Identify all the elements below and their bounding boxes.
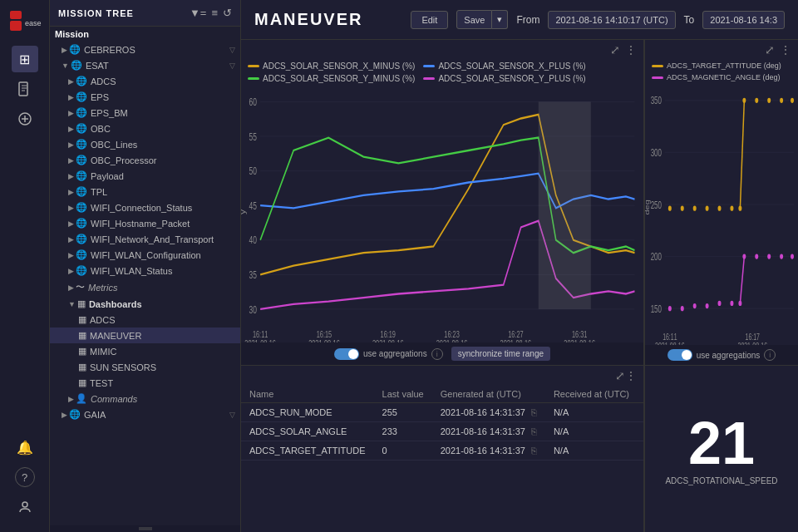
page-title: MANEUVER [254, 10, 402, 29]
tree-item-obc-lines[interactable]: ▶ 🌐 OBC_Lines [50, 136, 240, 152]
svg-text:2021-08-16: 2021-08-16 [738, 341, 768, 345]
tree-item-obc[interactable]: ▶ 🌐 OBC [50, 121, 240, 136]
svg-text:150: 150 [651, 303, 662, 314]
tree-item-cebreros[interactable]: ▶ 🌐 CEBREROS ▽ [50, 42, 240, 57]
tree-item-commands[interactable]: ▶ 👤 Commands [50, 391, 240, 406]
svg-text:300: 300 [651, 147, 662, 158]
svg-point-55 [730, 206, 733, 211]
tree-item-wifi-host[interactable]: ▶ 🌐 WIFI_Hostname_Packet [50, 215, 240, 231]
row3-received: N/A [545, 441, 638, 461]
tree-item-wifi-conn[interactable]: ▶ 🌐 WIFI_Connection_Status [50, 200, 240, 215]
chart1-footer: use aggregations i synchronize time rang… [241, 342, 643, 365]
aggregations-toggle-switch[interactable] [334, 348, 359, 360]
legend-item-target: ADCS_TARGET_ATTITUDE (deg) [652, 62, 781, 70]
file-nav-icon[interactable] [12, 76, 38, 102]
tree-item-wifi-net[interactable]: ▶ 🌐 WIFI_Network_And_Transport [50, 231, 240, 247]
tree-item-adcs-db[interactable]: ▦ ADCS [50, 312, 240, 328]
tree-header-title: MISSION TREE [58, 8, 134, 18]
svg-text:60: 60 [249, 96, 257, 107]
table-menu-icon[interactable]: ⋮ [625, 369, 637, 382]
tree-item-wifi-wlan-conf[interactable]: ▶ 🌐 WIFI_WLAN_Configuration [50, 247, 240, 263]
grid-nav-icon[interactable]: ⊞ [12, 46, 38, 72]
svg-text:2021-08-16: 2021-08-16 [436, 338, 468, 342]
save-dropdown-button[interactable]: ▾ [492, 10, 508, 29]
tree-item-payload[interactable]: ▶ 🌐 Payload [50, 168, 240, 184]
mission-tree-panel: MISSION TREE ▼= ≡ ↺ Mission ▶ 🌐 CEBREROS… [50, 0, 241, 532]
plus-nav-icon[interactable] [12, 106, 38, 132]
list-icon[interactable]: ≡ [211, 7, 218, 19]
svg-point-67 [718, 301, 722, 306]
legend-item-magnetic: ADCS_MAGNETIC_ANGLE (deg) [652, 73, 781, 81]
aggregations-label: use aggregations [363, 349, 427, 358]
svg-point-51 [681, 206, 684, 211]
tree-item-test-db[interactable]: ▦ TEST [50, 375, 240, 391]
copy-icon-1[interactable]: ⎘ [531, 407, 537, 417]
chart2-expand-icon[interactable]: ⤢ [765, 43, 775, 57]
chart2-aggregations-toggle-switch[interactable] [667, 349, 692, 361]
svg-text:y: y [241, 209, 247, 214]
user-icon[interactable] [12, 494, 38, 520]
tree-item-obc-processor[interactable]: ▶ 🌐 OBC_Processor [50, 152, 240, 168]
row2-generated: 2021-08-16 14:31:37 ⎘ [432, 422, 545, 441]
col-sensed: Sensed at (UTC [638, 386, 643, 403]
sync-time-range-button[interactable]: synchronize time range [451, 347, 550, 361]
edit-button[interactable]: Edit [411, 11, 448, 29]
tree-item-tpl[interactable]: ▶ 🌐 TPL [50, 184, 240, 200]
sidebar: ease·rite ⊞ 🔔 ? [0, 0, 50, 532]
row2-received: N/A [545, 422, 638, 441]
tree-item-esat[interactable]: ▼ 🌐 ESAT ▽ [50, 57, 240, 73]
refresh-icon[interactable]: ↺ [223, 7, 232, 19]
legend-item-x-minus: ADCS_SOLAR_SENSOR_X_MINUS (%) [248, 62, 415, 71]
legend-dot-magnetic [652, 76, 663, 79]
legend-item-y-minus: ADCS_SOLAR_SENSOR_Y_MINUS (%) [248, 74, 415, 83]
main-content: MANEUVER Edit Save ▾ From 2021-08-16 14:… [241, 0, 798, 532]
chart1-expand-icon[interactable]: ⤢ [610, 43, 620, 57]
table-container: Name Last value Generated at (UTC) Recei… [241, 386, 643, 532]
row2-value: 233 [374, 422, 432, 441]
to-date-input[interactable]: 2021-08-16 14:3 [702, 11, 785, 29]
svg-text:2021-08-16: 2021-08-16 [308, 338, 340, 342]
tree-item-mimic-db[interactable]: ▦ MIMIC [50, 343, 240, 359]
copy-icon-3[interactable]: ⎘ [531, 446, 537, 456]
svg-text:ease·rite: ease·rite [25, 19, 42, 27]
table-panel: ⤢ ⋮ Name Last value Generated at (UTC) R… [241, 366, 644, 532]
table-row: ADCS_TARGET_ATTITUDE 0 2021-08-16 14:31:… [241, 441, 643, 461]
tree-item-eps-bm[interactable]: ▶ 🌐 EPS_BM [50, 105, 240, 121]
table-expand-icon[interactable]: ⤢ [615, 369, 625, 382]
svg-text:deg: deg [645, 200, 650, 214]
svg-text:55: 55 [249, 131, 257, 142]
tree-item-maneuver-db[interactable]: ▦ MANEUVER [50, 328, 240, 343]
svg-point-75 [791, 254, 794, 259]
copy-icon-2[interactable]: ⎘ [531, 426, 537, 436]
tree-item-sun-sensors-db[interactable]: ▦ SUN SENSORS [50, 359, 240, 375]
chart2-aggregations-label: use aggregations [697, 351, 761, 360]
tree-item-wifi-wlan-stat[interactable]: ▶ 🌐 WIFI_WLAN_Status [50, 263, 240, 278]
chart2-menu-icon[interactable]: ⋮ [780, 43, 791, 57]
tree-header: MISSION TREE ▼= ≡ ↺ [50, 0, 240, 27]
chart2-footer: use aggregations i [645, 345, 798, 365]
chart2-aggregations-info-icon[interactable]: i [764, 349, 776, 361]
tree-item-eps[interactable]: ▶ 🌐 EPS [50, 89, 240, 105]
svg-point-68 [730, 301, 733, 306]
col-name: Name [241, 386, 374, 403]
aggregations-info-icon[interactable]: i [431, 348, 443, 360]
tree-item-gaia[interactable]: ▶ 🌐 GAIA ▽ [50, 406, 240, 422]
tree-item-dashboards[interactable]: ▼ ▦ Dashboards [50, 296, 240, 312]
svg-text:45: 45 [249, 200, 257, 211]
chart1-menu-icon[interactable]: ⋮ [625, 43, 637, 57]
filter-icon[interactable]: ▼= [190, 7, 206, 19]
tree-item-mission[interactable]: Mission [50, 27, 240, 42]
chart2-aggregations-toggle[interactable]: use aggregations i [667, 349, 776, 361]
help-icon[interactable]: ? [15, 467, 35, 487]
content-header: MANEUVER Edit Save ▾ From 2021-08-16 14:… [241, 0, 798, 40]
tree-item-adcs[interactable]: ▶ 🌐 ADCS [50, 73, 240, 89]
chart1-aggregations-toggle[interactable]: use aggregations i [334, 348, 443, 360]
chart1-area: 60 55 50 45 40 35 30 y [241, 86, 643, 342]
row1-value: 255 [374, 403, 432, 422]
from-date-input[interactable]: 2021-08-16 14:10:17 (UTC) [548, 11, 675, 29]
save-button[interactable]: Save [456, 10, 492, 29]
svg-point-66 [706, 303, 709, 308]
tree-item-metrics[interactable]: ▶ 〜 Metrics [50, 278, 240, 296]
bell-icon[interactable]: 🔔 [12, 434, 38, 461]
svg-point-63 [668, 306, 672, 311]
